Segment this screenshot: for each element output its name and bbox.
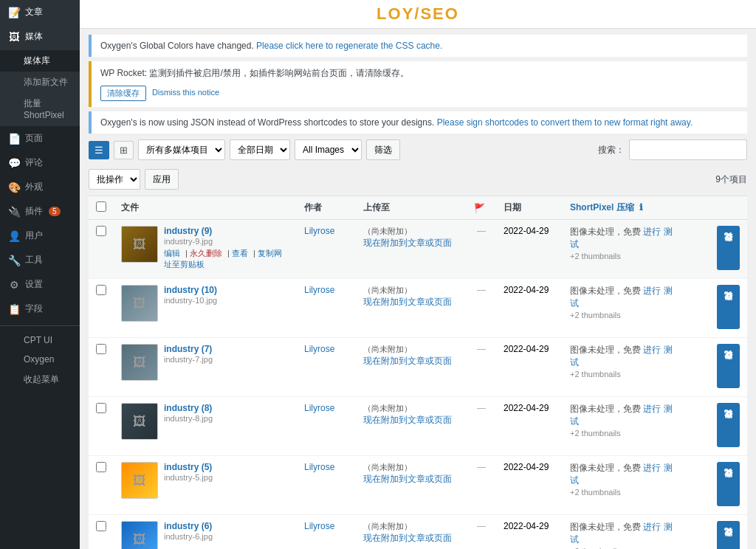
sidebar-item-library[interactable]: 媒体库 [0,50,80,72]
attach-link[interactable]: 现在附加到文章或页面 [363,415,452,425]
optimize-button[interactable]: 立即优化 [717,285,740,329]
file-action-编辑[interactable]: 编辑 [164,249,180,258]
file-thumbnail[interactable]: 🖼 [121,462,158,499]
filter-image-select[interactable]: All Images [295,139,362,160]
row-checkbox[interactable] [96,344,106,354]
optimize-button[interactable]: 立即优化 [717,226,740,270]
author-link[interactable]: Lilyrose [304,344,334,354]
sidebar-item-media-label: 媒体 [25,30,43,43]
file-name-link[interactable]: industry (5) [164,462,212,472]
bulk-apply-button[interactable]: 应用 [145,169,179,190]
sidebar-item-appearance[interactable]: 🎨 外观 [0,175,80,199]
shortpixel-cell: 图像未处理，免费 进行 测试 +2 thumbnails [563,338,688,397]
attach-link[interactable]: 现在附加到文章或页面 [363,533,452,543]
file-info: industry (6) industry-6.jpg 编辑 | 永久删除 | … [164,521,289,542]
file-info: industry (9) industry-9.jpg 编辑 | 永久删除 | … [164,226,289,270]
sidebar-item-users[interactable]: 👤 用户 [0,224,80,248]
filter-date-select[interactable]: 全部日期 [230,139,290,160]
file-action-复制网址至剪贴板[interactable]: 复制网址至剪贴板 [164,249,282,269]
flag-value: — [477,285,486,295]
sp-test-link[interactable]: 进行 测试 [570,522,673,545]
attach-link[interactable]: 现在附加到文章或页面 [363,238,452,248]
sidebar-item-tools[interactable]: 🔧 工具 [0,248,80,272]
sidebar-item-reusable[interactable]: 收起菜单 [0,369,80,390]
search-label: 搜索： [598,144,625,156]
shortpixel-cell: 图像未处理，免费 进行 测试 +2 thumbnails [563,397,688,456]
col-header-attached: 上传至 [356,196,467,220]
logo-text2: SEO [420,4,458,23]
file-meta: industry-7.jpg [164,355,213,364]
sidebar-item-plugins[interactable]: 🔌 插件 5 [0,199,80,224]
author-link[interactable]: Lilyrose [304,285,334,295]
notice-oxygen-colors-link[interactable]: Please click here to regenerate the CSS … [256,41,442,51]
file-name-link[interactable]: industry (8) [164,403,212,413]
search-input[interactable] [629,139,747,160]
filter-type-select[interactable]: 所有多媒体项目 [138,139,225,160]
file-thumbnail[interactable]: 🖼 [121,521,158,549]
sidebar-item-posts[interactable]: 📝 文章 [0,0,80,24]
author-link[interactable]: Lilyrose [304,462,334,472]
sidebar-item-add-new[interactable]: 添加新文件 [0,72,80,93]
file-thumbnail[interactable]: 🖼 [121,403,158,440]
file-name-link[interactable]: industry (9) [164,226,212,236]
sidebar-item-shortpixel[interactable]: 批量ShortPixel [0,93,80,125]
pages-icon: 📄 [7,133,21,145]
sp-test-link[interactable]: 进行 测试 [570,463,673,486]
row-checkbox[interactable] [96,285,106,295]
optimize-button[interactable]: 立即优化 [717,462,740,506]
flag-value: — [477,344,486,354]
row-checkbox[interactable] [96,226,106,236]
sidebar-item-fields[interactable]: 📋 字段 [0,297,80,321]
file-thumbnail[interactable]: 🖼 [121,226,158,263]
sidebar-item-settings[interactable]: ⚙ 设置 [0,272,80,297]
grid-view-button[interactable]: ⊞ [114,141,134,159]
file-name-link[interactable]: industry (10) [164,285,217,295]
author-link[interactable]: Lilyrose [304,403,334,413]
author-link[interactable]: Lilyrose [304,226,334,236]
dismiss-notice-link[interactable]: Dismiss this notice [152,88,219,97]
optimize-button[interactable]: 立即优化 [717,403,740,447]
file-thumbnail[interactable]: 🖼 [121,344,158,381]
file-cell: 🖼 industry (8) industry-8.jpg 编辑 | 永久删除 … [121,403,289,440]
shortpixel-cell: 图像未处理，免费 进行 测试 +2 thumbnails [563,279,688,338]
filter-button[interactable]: 筛选 [366,139,400,160]
optimize-button[interactable]: 立即优化 [717,521,740,549]
sidebar-item-pages[interactable]: 📄 页面 [0,126,80,151]
row-checkbox[interactable] [96,462,106,472]
sp-thumbs: +2 thumbnails [570,370,621,379]
notice-wprocket: WP Rocket: 监测到插件被启用/禁用，如插件影响网站前台页面，请清除缓存… [89,61,747,107]
table-row: 🖼 industry (7) industry-7.jpg 编辑 | 永久删除 … [89,338,747,397]
sidebar-item-oxygen[interactable]: Oxygen [0,350,80,369]
attach-link[interactable]: 现在附加到文章或页面 [363,474,452,484]
sidebar-item-cpt-ui[interactable]: CPT UI [0,331,80,350]
attach-link[interactable]: 现在附加到文章或页面 [363,297,452,307]
select-all-checkbox[interactable] [96,201,106,212]
author-link[interactable]: Lilyrose [304,521,334,531]
row-checkbox[interactable] [96,403,106,413]
flag-value: — [477,226,486,236]
clear-cache-button[interactable]: 清除缓存 [100,86,146,101]
bulk-actions-select[interactable]: 批操作 [89,169,140,190]
flag-value: — [477,521,486,531]
attach-link[interactable]: 现在附加到文章或页面 [363,356,452,366]
file-action-永久删除[interactable]: 永久删除 [190,249,222,258]
sp-test-link[interactable]: 进行 测试 [570,286,673,308]
sp-test-link[interactable]: 进行 测试 [570,404,673,427]
optimize-button[interactable]: 立即优化 [717,344,740,388]
file-info: industry (7) industry-7.jpg 编辑 | 永久删除 | … [164,344,289,365]
sp-test-link[interactable]: 进行 测试 [570,227,673,249]
file-thumbnail[interactable]: 🖼 [121,285,158,322]
sidebar-item-comments[interactable]: 💬 评论 [0,151,80,175]
file-name-link[interactable]: industry (6) [164,521,212,531]
logo-bar: LOY/SEO [80,0,756,29]
item-count: 9个项目 [715,173,747,186]
sp-test-link[interactable]: 进行 测试 [570,345,673,367]
list-view-button[interactable]: ☰ [89,141,109,159]
file-name-link[interactable]: industry (7) [164,344,212,354]
sp-thumbs: +2 thumbnails [570,429,621,438]
file-action-查看[interactable]: 查看 [232,249,248,258]
shortpixel-help-icon[interactable]: ℹ [639,202,643,213]
notice-json-link[interactable]: Please sign shortcodes to convert them t… [437,117,693,128]
sidebar-item-media[interactable]: 🖼 媒体 [0,24,80,49]
row-checkbox[interactable] [96,521,106,531]
